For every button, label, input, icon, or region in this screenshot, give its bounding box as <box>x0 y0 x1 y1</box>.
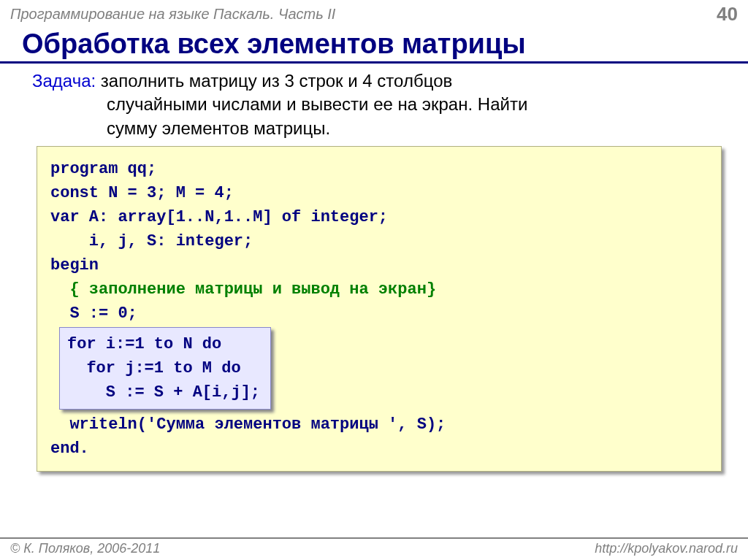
code-line: program qq; <box>50 160 156 178</box>
code-line: S := S + A[i,j]; <box>67 383 260 402</box>
code-block: program qq; const N = 3; M = 4; var A: a… <box>37 146 722 472</box>
code-line: writeln('Сумма элементов матрицы ', S); <box>50 415 446 434</box>
inner-box: for i:=1 to N do for j:=1 to M do S := S… <box>59 327 271 410</box>
code-line: S := 0; <box>50 304 137 323</box>
code-line: begin <box>50 256 99 275</box>
task-label: Задача: <box>32 71 96 91</box>
task-text-1: заполнить матрицу из 3 строк и 4 столбцо… <box>96 71 452 91</box>
code-line: i, j, S: integer; <box>50 232 253 250</box>
slide-title: Обработка всех элементов матрицы <box>0 28 748 64</box>
header: Программирование на языке Паскаль. Часть… <box>0 0 748 27</box>
code-line: for i:=1 to N do <box>67 335 221 353</box>
content: Задача: заполнить матрицу из 3 строк и 4… <box>0 64 748 472</box>
code-comment: { заполнение матрицы и вывод на экран} <box>50 280 436 299</box>
footer-url: http://kpolyakov.narod.ru <box>595 541 738 556</box>
task-text-2: случайными числами и вывести ее на экран… <box>107 93 726 116</box>
code-line: end. <box>50 440 89 458</box>
code-pre: program qq; const N = 3; M = 4; var A: a… <box>50 157 708 461</box>
header-title: Программирование на языке Паскаль. Часть… <box>10 6 335 23</box>
task-text-3: сумму элементов матрицы. <box>107 117 726 140</box>
footer: © К. Поляков, 2006-2011 http://kpolyakov… <box>0 537 748 560</box>
task-statement: Задача: заполнить матрицу из 3 строк и 4… <box>32 69 726 140</box>
code-line: for j:=1 to M do <box>67 359 241 377</box>
code-line: const N = 3; M = 4; <box>50 184 234 202</box>
copyright: © К. Поляков, 2006-2011 <box>10 541 160 556</box>
code-line: var A: array[1..N,1..M] of integer; <box>50 208 388 226</box>
page-number: 40 <box>717 3 738 26</box>
